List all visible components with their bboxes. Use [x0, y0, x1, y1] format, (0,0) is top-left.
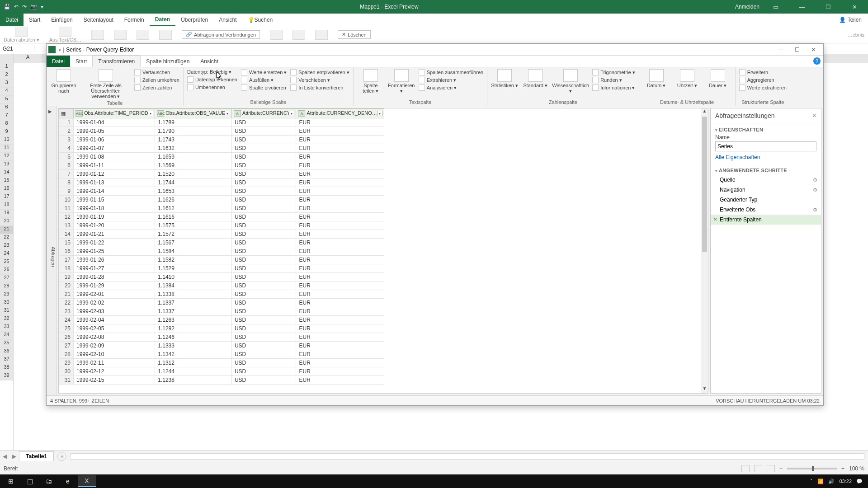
table-row[interactable]: 111999-01-181.1612USDEUR — [59, 204, 384, 213]
rename-button[interactable]: Umbenennen — [187, 84, 237, 90]
tab-start[interactable]: Start — [24, 14, 46, 26]
table-corner-icon[interactable]: ▦ — [59, 109, 74, 118]
cell-currency-denom[interactable]: EUR — [296, 359, 384, 367]
filter-dropdown-icon[interactable]: ▾ — [148, 111, 153, 116]
table-row[interactable]: 161999-01-251.1584USDEUR — [59, 247, 384, 256]
table-row[interactable]: 171999-01-261.1582USDEUR — [59, 256, 384, 264]
tab-datei[interactable]: Datei — [0, 14, 24, 26]
information-button[interactable]: Informationen ▾ — [592, 84, 635, 91]
row-header[interactable]: 18 — [0, 202, 13, 210]
cell-currency[interactable]: USD — [231, 144, 296, 153]
tab-formeln[interactable]: Formeln — [119, 14, 150, 26]
zoom-plus-icon[interactable]: + — [841, 465, 844, 472]
statistics-button[interactable]: Statistiken ▾ — [491, 69, 518, 89]
cell-time-period[interactable]: 1999-01-07 — [74, 144, 155, 153]
cell-time-period[interactable]: 1999-02-02 — [74, 299, 155, 307]
table-row[interactable]: 11999-01-041.1789USDEUR — [59, 118, 384, 127]
applied-step[interactable]: Navigation⚙ — [711, 185, 821, 195]
table-row[interactable]: 61999-01-111.1569USDEUR — [59, 161, 384, 170]
table-row[interactable]: 21999-01-051.1790USDEUR — [59, 127, 384, 136]
cell-currency[interactable]: USD — [231, 290, 296, 299]
tray-chevron-icon[interactable]: ˄ — [810, 479, 813, 484]
tray-time[interactable]: 03:22 — [839, 479, 852, 484]
ribbon-options-icon[interactable]: ▭ — [766, 4, 786, 10]
column-header-currency-denom[interactable]: AAttribute:CURRENCY_DENO…▾ — [296, 109, 384, 118]
applied-step[interactable]: Geänderter Typ — [711, 195, 821, 205]
gear-icon[interactable]: ⚙ — [813, 177, 817, 183]
pq-tab-datei[interactable]: Datei — [47, 56, 70, 67]
cell-obs-value[interactable]: 1.1333 — [155, 342, 232, 350]
cell-time-period[interactable]: 1999-01-05 — [74, 127, 155, 136]
cell-currency-denom[interactable]: EUR — [296, 144, 384, 153]
pivot-column-button[interactable]: Spalte pivotieren — [241, 84, 287, 91]
cell-obs-value[interactable]: 1.1529 — [155, 264, 232, 273]
cell-currency[interactable]: USD — [231, 333, 296, 342]
cell-obs-value[interactable]: 1.1790 — [155, 127, 232, 136]
cell-currency-denom[interactable]: EUR — [296, 256, 384, 264]
horizontal-scrollbar[interactable] — [70, 453, 864, 460]
cell-obs-value[interactable]: 1.1567 — [155, 239, 232, 247]
ribbon-placeholder-2[interactable] — [114, 30, 127, 40]
cell-obs-value[interactable]: 1.1410 — [155, 273, 232, 282]
signin-link[interactable]: Anmelden — [735, 4, 760, 10]
file-explorer-icon[interactable]: 🗂 — [40, 475, 58, 487]
table-row[interactable]: 121999-01-191.1616USDEUR — [59, 213, 384, 221]
format-button[interactable]: Formatieren ▾ — [388, 69, 415, 94]
cell-time-period[interactable]: 1999-01-25 — [74, 247, 155, 256]
analyze-button[interactable]: Analysieren ▾ — [419, 84, 483, 91]
cell-currency[interactable]: USD — [231, 307, 296, 316]
row-header[interactable]: 37 — [0, 356, 13, 364]
cell-currency-denom[interactable]: EUR — [296, 213, 384, 221]
cell-currency[interactable]: USD — [231, 187, 296, 196]
cell-currency[interactable]: USD — [231, 247, 296, 256]
cell-time-period[interactable]: 1999-01-20 — [74, 221, 155, 230]
table-row[interactable]: 81999-01-131.1744USDEUR — [59, 178, 384, 187]
cell-time-period[interactable]: 1999-01-27 — [74, 264, 155, 273]
cell-obs-value[interactable]: 1.1575 — [155, 221, 232, 230]
cell-currency[interactable]: USD — [231, 178, 296, 187]
cell-obs-value[interactable]: 1.1789 — [155, 118, 232, 127]
search-box[interactable]: 💡 Suchen — [242, 14, 278, 26]
cell-obs-value[interactable]: 1.1744 — [155, 178, 232, 187]
cell-obs-value[interactable]: 1.1292 — [155, 324, 232, 333]
ribbon-placeholder-4[interactable] — [159, 30, 172, 40]
camera-icon[interactable]: 📷 — [30, 4, 37, 10]
extract-values-button[interactable]: Werte extrahieren — [739, 84, 787, 91]
view-page-layout-icon[interactable] — [754, 465, 762, 472]
ribbon-sort-az[interactable] — [270, 30, 283, 40]
row-header[interactable]: 19 — [0, 210, 13, 218]
table-row[interactable]: 131999-01-201.1575USDEUR — [59, 221, 384, 230]
share-button[interactable]: 👤Teilen — [833, 14, 868, 26]
cell-currency[interactable]: USD — [231, 239, 296, 247]
row-header[interactable]: 4 — [0, 88, 13, 96]
cell-time-period[interactable]: 1999-01-08 — [74, 153, 155, 161]
row-header[interactable]: 29 — [0, 291, 13, 299]
row-header[interactable]: 23 — [0, 242, 13, 250]
column-header-currency[interactable]: AAttribute:CURRENCY▾ — [231, 109, 296, 118]
row-header[interactable]: 28 — [0, 283, 13, 291]
column-header-obs-value[interactable]: ABCObs.Attribute:OBS_VALUE▾ — [155, 109, 232, 118]
row-header[interactable]: 22 — [0, 234, 13, 242]
pq-minimize-icon[interactable]: — — [773, 47, 789, 53]
zoom-minus-icon[interactable]: − — [779, 465, 783, 472]
cell-currency-denom[interactable]: EUR — [296, 307, 384, 316]
cell-currency[interactable]: USD — [231, 367, 296, 376]
cell-currency[interactable]: USD — [231, 153, 296, 161]
cell-currency-denom[interactable]: EUR — [296, 324, 384, 333]
cell-currency[interactable]: USD — [231, 359, 296, 367]
cell-time-period[interactable]: 1999-01-14 — [74, 187, 155, 196]
table-row[interactable]: 201999-01-291.1384USDEUR — [59, 282, 384, 290]
table-row[interactable]: 301999-02-121.1244USDEUR — [59, 367, 384, 376]
table-row[interactable]: 141999-01-211.1572USDEUR — [59, 230, 384, 239]
cell-currency-denom[interactable]: EUR — [296, 187, 384, 196]
time-button[interactable]: Uhrzeit ▾ — [674, 69, 701, 89]
row-header[interactable]: 39 — [0, 372, 13, 380]
row-header[interactable]: 38 — [0, 364, 13, 372]
taskview-icon[interactable]: ◫ — [21, 475, 39, 487]
cell-currency[interactable]: USD — [231, 161, 296, 170]
table-row[interactable]: 51999-01-081.1659USDEUR — [59, 153, 384, 161]
pq-tab-transformieren[interactable]: Transformieren — [92, 56, 141, 67]
zoom-level[interactable]: 100 % — [849, 465, 864, 472]
trigonometry-button[interactable]: Trigonometrie ▾ — [592, 69, 635, 75]
cell-currency-denom[interactable]: EUR — [296, 282, 384, 290]
